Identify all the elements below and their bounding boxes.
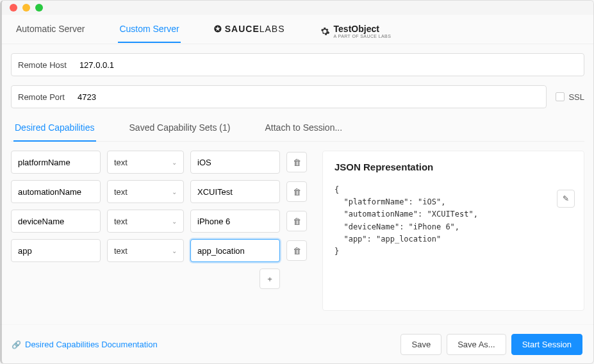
delete-capability-button[interactable]: 🗑 bbox=[286, 181, 307, 202]
trash-icon: 🗑 bbox=[293, 187, 301, 197]
remote-host-label: Remote Host bbox=[12, 60, 73, 70]
content-area: Remote Host Remote Port SSL Desired Capa… bbox=[2, 44, 593, 311]
saucelabs-icon: ✪ bbox=[214, 24, 222, 34]
docs-link[interactable]: 🔗 Desired Capabilities Documentation bbox=[12, 340, 158, 349]
footer: 🔗 Desired Capabilities Documentation Sav… bbox=[0, 324, 594, 364]
footer-buttons: Save Save As... Start Session bbox=[400, 334, 582, 355]
add-capability-button[interactable]: + bbox=[260, 269, 280, 289]
tab-custom-server[interactable]: Custom Server bbox=[118, 21, 180, 43]
json-body: { "platformName": "iOS", "automationName… bbox=[334, 184, 572, 258]
capability-row: text⌄ 🗑 bbox=[11, 151, 312, 174]
chevron-down-icon: ⌄ bbox=[172, 188, 177, 195]
capability-name-input[interactable] bbox=[11, 151, 101, 174]
chevron-down-icon: ⌄ bbox=[172, 159, 177, 166]
capability-row: text⌄ 🗑 bbox=[11, 210, 312, 233]
tab-testobject[interactable]: TestObject A PART OF SAUCE LABS bbox=[318, 21, 393, 46]
edit-json-button[interactable]: ✎ bbox=[557, 190, 575, 208]
trash-icon: 🗑 bbox=[293, 217, 301, 226]
titlebar bbox=[2, 1, 593, 15]
capability-name-input[interactable] bbox=[11, 239, 101, 262]
tab-desired-capabilities[interactable]: Desired Capabilities bbox=[13, 117, 96, 142]
capability-type-select[interactable]: text⌄ bbox=[107, 239, 184, 262]
capability-name-input[interactable] bbox=[11, 210, 101, 233]
capability-type-select[interactable]: text⌄ bbox=[107, 151, 184, 174]
capabilities-grid: text⌄ 🗑 text⌄ 🗑 text⌄ 🗑 text⌄ 🗑 + bbox=[11, 151, 312, 311]
json-title: JSON Representation bbox=[334, 161, 572, 172]
gear-icon bbox=[320, 26, 330, 37]
tab-attach-session[interactable]: Attach to Session... bbox=[263, 117, 343, 141]
ssl-checkbox[interactable] bbox=[556, 92, 565, 101]
plus-icon: + bbox=[267, 274, 272, 284]
capability-value-input[interactable] bbox=[190, 239, 280, 262]
window-min-icon[interactable] bbox=[22, 4, 30, 12]
capability-value-input[interactable] bbox=[190, 210, 280, 233]
remote-port-input[interactable] bbox=[71, 86, 546, 108]
tab-saucelabs[interactable]: ✪ SAUCELABS bbox=[213, 21, 286, 42]
capability-row: text⌄ 🗑 bbox=[11, 239, 312, 262]
link-icon: 🔗 bbox=[12, 340, 21, 349]
start-session-button[interactable]: Start Session bbox=[511, 334, 582, 355]
capability-tabs: Desired Capabilities Saved Capability Se… bbox=[11, 117, 584, 142]
tab-automatic-server[interactable]: Automatic Server bbox=[15, 21, 86, 42]
chevron-down-icon: ⌄ bbox=[172, 218, 177, 225]
capability-type-select[interactable]: text⌄ bbox=[107, 180, 184, 203]
app-window: Automatic Server Custom Server ✪ SAUCELA… bbox=[0, 0, 594, 364]
remote-port-label: Remote Port bbox=[12, 92, 71, 102]
remote-host-input[interactable] bbox=[73, 54, 584, 76]
delete-capability-button[interactable]: 🗑 bbox=[286, 211, 307, 231]
delete-capability-button[interactable]: 🗑 bbox=[286, 152, 307, 172]
capability-type-select[interactable]: text⌄ bbox=[107, 210, 184, 233]
trash-icon: 🗑 bbox=[293, 158, 301, 167]
remote-port-field: Remote Port bbox=[11, 85, 547, 108]
save-as-button[interactable]: Save As... bbox=[447, 334, 506, 355]
capability-value-input[interactable] bbox=[190, 151, 280, 174]
save-button[interactable]: Save bbox=[400, 334, 441, 355]
capability-name-input[interactable] bbox=[11, 180, 101, 203]
capabilities-body: text⌄ 🗑 text⌄ 🗑 text⌄ 🗑 text⌄ 🗑 + JSON R… bbox=[11, 151, 584, 311]
window-max-icon[interactable] bbox=[35, 4, 43, 12]
ssl-label: SSL bbox=[568, 92, 584, 102]
ssl-checkbox-group: SSL bbox=[556, 92, 584, 102]
chevron-down-icon: ⌄ bbox=[172, 247, 177, 254]
trash-icon: 🗑 bbox=[293, 246, 301, 256]
remote-host-field: Remote Host bbox=[11, 53, 584, 76]
capability-value-input[interactable] bbox=[190, 180, 280, 203]
tab-saved-capability-sets[interactable]: Saved Capability Sets (1) bbox=[128, 117, 232, 141]
window-close-icon[interactable] bbox=[10, 4, 17, 12]
capability-row: text⌄ 🗑 bbox=[11, 180, 312, 203]
server-tabs: Automatic Server Custom Server ✪ SAUCELA… bbox=[2, 15, 593, 44]
delete-capability-button[interactable]: 🗑 bbox=[286, 240, 307, 261]
json-representation-panel: JSON Representation ✎ { "platformName": … bbox=[322, 151, 584, 311]
